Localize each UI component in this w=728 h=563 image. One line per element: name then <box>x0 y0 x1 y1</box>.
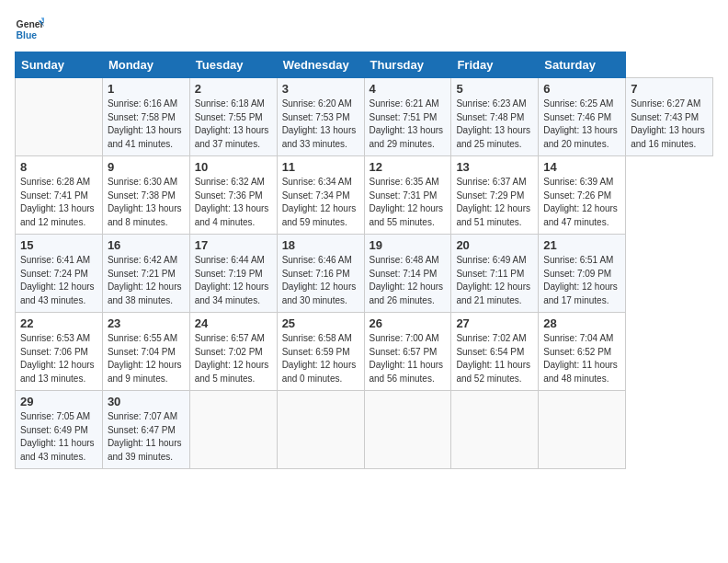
day-cell: 13Sunrise: 6:37 AMSunset: 7:29 PMDayligh… <box>451 156 539 235</box>
day-info: Sunrise: 6:46 AMSunset: 7:16 PMDaylight:… <box>282 254 359 307</box>
svg-text:Blue: Blue <box>17 30 38 40</box>
day-cell: 14Sunrise: 6:39 AMSunset: 7:26 PMDayligh… <box>539 156 626 235</box>
day-cell: 20Sunrise: 6:49 AMSunset: 7:11 PMDayligh… <box>451 235 539 313</box>
day-cell <box>451 391 539 469</box>
day-number: 5 <box>456 82 533 96</box>
day-number: 2 <box>195 82 272 96</box>
day-cell: 6Sunrise: 6:25 AMSunset: 7:46 PMDaylight… <box>539 78 626 156</box>
day-info: Sunrise: 6:16 AMSunset: 7:58 PMDaylight:… <box>108 98 185 151</box>
day-info: Sunrise: 6:34 AMSunset: 7:34 PMDaylight:… <box>282 176 359 229</box>
day-number: 14 <box>543 160 620 174</box>
day-cell: 4Sunrise: 6:21 AMSunset: 7:51 PMDaylight… <box>364 78 451 156</box>
header-cell-sunday: Sunday <box>16 52 103 78</box>
day-info: Sunrise: 6:32 AMSunset: 7:36 PMDaylight:… <box>195 176 272 229</box>
day-cell <box>16 78 103 156</box>
day-info: Sunrise: 6:28 AMSunset: 7:41 PMDaylight:… <box>20 176 97 229</box>
day-info: Sunrise: 6:58 AMSunset: 6:59 PMDaylight:… <box>282 332 359 385</box>
day-number: 20 <box>456 238 533 252</box>
day-number: 22 <box>20 316 97 330</box>
header-cell-thursday: Thursday <box>364 52 451 78</box>
day-number: 30 <box>108 395 185 408</box>
header-cell-wednesday: Wednesday <box>277 52 364 78</box>
day-number: 16 <box>108 238 185 252</box>
day-number: 6 <box>543 82 620 96</box>
day-number: 29 <box>20 395 97 408</box>
day-cell: 18Sunrise: 6:46 AMSunset: 7:16 PMDayligh… <box>277 235 364 313</box>
day-number: 10 <box>195 160 272 174</box>
day-number: 26 <box>370 316 447 330</box>
day-cell: 16Sunrise: 6:42 AMSunset: 7:21 PMDayligh… <box>102 235 189 313</box>
day-number: 9 <box>108 160 185 174</box>
day-number: 28 <box>543 316 620 330</box>
day-info: Sunrise: 7:05 AMSunset: 6:49 PMDaylight:… <box>20 410 97 464</box>
day-info: Sunrise: 6:18 AMSunset: 7:55 PMDaylight:… <box>195 98 272 151</box>
day-number: 23 <box>108 316 185 330</box>
day-cell: 30Sunrise: 7:07 AMSunset: 6:47 PMDayligh… <box>102 391 189 469</box>
day-cell: 11Sunrise: 6:34 AMSunset: 7:34 PMDayligh… <box>277 156 364 235</box>
day-cell <box>189 391 277 469</box>
day-info: Sunrise: 6:35 AMSunset: 7:31 PMDaylight:… <box>370 176 447 229</box>
day-number: 19 <box>370 238 447 252</box>
day-info: Sunrise: 6:53 AMSunset: 7:06 PMDaylight:… <box>20 332 97 385</box>
calendar-header: SundayMondayTuesdayWednesdayThursdayFrid… <box>16 52 713 78</box>
day-info: Sunrise: 6:25 AMSunset: 7:46 PMDaylight:… <box>543 98 620 151</box>
day-cell: 29Sunrise: 7:05 AMSunset: 6:49 PMDayligh… <box>16 391 103 469</box>
calendar-body: 1Sunrise: 6:16 AMSunset: 7:58 PMDaylight… <box>16 78 713 469</box>
header-cell-saturday: Saturday <box>539 52 626 78</box>
week-row-0: 1Sunrise: 6:16 AMSunset: 7:58 PMDaylight… <box>16 78 713 156</box>
day-cell: 27Sunrise: 7:02 AMSunset: 6:54 PMDayligh… <box>451 313 539 391</box>
logo: General Blue <box>15 15 48 44</box>
day-number: 24 <box>195 316 272 330</box>
day-info: Sunrise: 6:48 AMSunset: 7:14 PMDaylight:… <box>370 254 447 307</box>
day-cell: 5Sunrise: 6:23 AMSunset: 7:48 PMDaylight… <box>451 78 539 156</box>
calendar-table: SundayMondayTuesdayWednesdayThursdayFrid… <box>15 52 713 469</box>
day-cell: 8Sunrise: 6:28 AMSunset: 7:41 PMDaylight… <box>16 156 103 235</box>
day-cell <box>539 391 626 469</box>
day-number: 8 <box>20 160 97 174</box>
day-number: 11 <box>282 160 359 174</box>
logo-icon: General Blue <box>15 15 44 44</box>
day-info: Sunrise: 6:41 AMSunset: 7:24 PMDaylight:… <box>20 254 97 307</box>
day-info: Sunrise: 6:21 AMSunset: 7:51 PMDaylight:… <box>370 98 447 151</box>
day-number: 25 <box>282 316 359 330</box>
header-cell-tuesday: Tuesday <box>189 52 277 78</box>
day-number: 27 <box>456 316 533 330</box>
day-number: 15 <box>20 238 97 252</box>
day-cell: 25Sunrise: 6:58 AMSunset: 6:59 PMDayligh… <box>277 313 364 391</box>
day-info: Sunrise: 6:20 AMSunset: 7:53 PMDaylight:… <box>282 98 359 151</box>
day-cell <box>277 391 364 469</box>
header-cell-friday: Friday <box>451 52 539 78</box>
day-cell: 3Sunrise: 6:20 AMSunset: 7:53 PMDaylight… <box>277 78 364 156</box>
day-info: Sunrise: 6:49 AMSunset: 7:11 PMDaylight:… <box>456 254 533 307</box>
day-info: Sunrise: 6:44 AMSunset: 7:19 PMDaylight:… <box>195 254 272 307</box>
day-info: Sunrise: 6:39 AMSunset: 7:26 PMDaylight:… <box>543 176 620 229</box>
day-info: Sunrise: 6:51 AMSunset: 7:09 PMDaylight:… <box>543 254 620 307</box>
day-cell: 26Sunrise: 7:00 AMSunset: 6:57 PMDayligh… <box>364 313 451 391</box>
day-cell: 15Sunrise: 6:41 AMSunset: 7:24 PMDayligh… <box>16 235 103 313</box>
day-info: Sunrise: 7:04 AMSunset: 6:52 PMDaylight:… <box>543 332 620 385</box>
day-number: 4 <box>370 82 447 96</box>
day-cell: 22Sunrise: 6:53 AMSunset: 7:06 PMDayligh… <box>16 313 103 391</box>
day-number: 21 <box>543 238 620 252</box>
day-cell: 21Sunrise: 6:51 AMSunset: 7:09 PMDayligh… <box>539 235 626 313</box>
day-info: Sunrise: 6:27 AMSunset: 7:43 PMDaylight:… <box>631 98 708 151</box>
week-row-3: 22Sunrise: 6:53 AMSunset: 7:06 PMDayligh… <box>16 313 713 391</box>
day-number: 18 <box>282 238 359 252</box>
day-number: 13 <box>456 160 533 174</box>
day-cell: 12Sunrise: 6:35 AMSunset: 7:31 PMDayligh… <box>364 156 451 235</box>
day-cell: 28Sunrise: 7:04 AMSunset: 6:52 PMDayligh… <box>539 313 626 391</box>
day-cell: 10Sunrise: 6:32 AMSunset: 7:36 PMDayligh… <box>189 156 277 235</box>
day-info: Sunrise: 7:00 AMSunset: 6:57 PMDaylight:… <box>370 332 447 385</box>
day-info: Sunrise: 7:02 AMSunset: 6:54 PMDaylight:… <box>456 332 533 385</box>
header-cell-monday: Monday <box>102 52 189 78</box>
day-number: 12 <box>370 160 447 174</box>
day-info: Sunrise: 6:37 AMSunset: 7:29 PMDaylight:… <box>456 176 533 229</box>
week-row-1: 8Sunrise: 6:28 AMSunset: 7:41 PMDaylight… <box>16 156 713 235</box>
day-cell: 17Sunrise: 6:44 AMSunset: 7:19 PMDayligh… <box>189 235 277 313</box>
week-row-2: 15Sunrise: 6:41 AMSunset: 7:24 PMDayligh… <box>16 235 713 313</box>
day-cell: 9Sunrise: 6:30 AMSunset: 7:38 PMDaylight… <box>102 156 189 235</box>
day-info: Sunrise: 6:57 AMSunset: 7:02 PMDaylight:… <box>195 332 272 385</box>
day-cell: 1Sunrise: 6:16 AMSunset: 7:58 PMDaylight… <box>102 78 189 156</box>
day-number: 17 <box>195 238 272 252</box>
day-cell: 7Sunrise: 6:27 AMSunset: 7:43 PMDaylight… <box>626 78 713 156</box>
